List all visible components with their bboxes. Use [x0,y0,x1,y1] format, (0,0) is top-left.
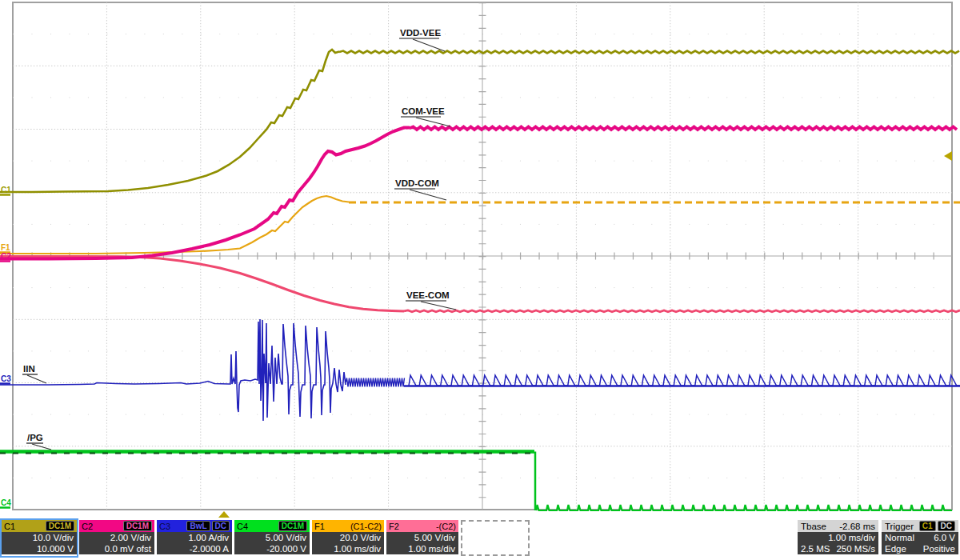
edge-marker-c2[interactable]: C2 [0,252,11,262]
waveform-display: VDD-VEE COM-VEE VDD-COM VEE-COM IIN /PG [0,0,960,518]
channel-box-c4[interactable]: C4 DC1M 5.00 V/div -20.000 V [234,520,310,556]
svg-text:COM-VEE: COM-VEE [402,106,445,116]
trigger-time-marker[interactable] [218,511,230,518]
channel-c1-offset: 10.000 V [5,543,74,554]
channel-c1-id: C1 [4,522,15,531]
channel-c3-scale: 1.00 A/div [160,532,229,543]
trigger-kind: Edge [885,543,906,554]
channel-c1-coupling-badge: DC1M [46,521,74,531]
function-f1-scale: 20.0 V/div [315,532,381,543]
svg-text:IIN: IIN [23,364,35,374]
function-box-f1[interactable]: F1 (C1-C2) 20.0 V/div 1.00 ms/div [312,520,384,556]
trigger-coupling-badge: DC [938,521,955,531]
channel-box-c2[interactable]: C2 DC1M 2.00 V/div 0.0 mV ofst [79,520,154,556]
function-f2-scale: 5.00 V/div [390,532,455,543]
channel-box-c1[interactable]: C1 DC1M 10.0 V/div 10.000 V [2,520,77,556]
function-f1-timebase: 1.00 ms/div [315,543,381,554]
timebase-box[interactable]: Tbase -2.68 ms 1.00 ms/div 2.5 MS 250 MS… [798,520,878,556]
channel-c2-offset: 0.0 mV ofst [82,543,151,554]
svg-text:VDD-VEE: VDD-VEE [400,28,441,38]
svg-text:/PG: /PG [27,433,43,442]
edge-marker-c3[interactable]: C3 [0,374,11,384]
timebase-samples: 2.5 MS [801,543,830,554]
function-f2-timebase: 1.00 ms/div [390,543,455,554]
svg-text:C1: C1 [1,186,11,194]
edge-marker-c4[interactable]: C4 [0,498,11,508]
trigger-box[interactable]: Trigger C1 DC Normal 6.0 V Edge Positive [882,520,958,556]
svg-text:C4: C4 [1,498,11,507]
trigger-label: Trigger [885,522,914,531]
channel-c3-dc-badge: DC [212,521,230,531]
channel-c4-scale: 5.00 V/div [238,532,306,543]
svg-text:F1: F1 [1,243,10,252]
channel-c1-scale: 10.0 V/div [5,532,74,543]
timebase-label: Tbase [801,522,826,531]
timebase-per-div: 1.00 ms/div [828,532,875,543]
channel-box-c3[interactable]: C3 BwL DC 1.00 A/div -2.0000 A [157,520,232,556]
channel-c2-scale: 2.00 V/div [82,532,151,543]
svg-text:C3: C3 [1,374,11,383]
channel-c3-bwl-badge: BwL [186,521,210,531]
function-box-f2[interactable]: F2 -(C2) 5.00 V/div 1.00 ms/div [386,520,458,556]
trigger-mode: Normal [885,532,914,543]
bottom-status-bar: C1 DC1M 10.0 V/div 10.000 V C2 DC1M 2.00… [0,518,960,560]
function-f2-expression: -(C2) [436,522,456,531]
svg-text:VDD-COM: VDD-COM [395,178,439,188]
trigger-source-badge: C1 [919,521,936,531]
empty-trace-slot[interactable] [461,520,530,556]
channel-c4-offset: -20.000 V [238,543,306,554]
svg-text:C2: C2 [1,252,11,261]
trigger-level: 6.0 V [934,532,955,543]
channel-c3-id: C3 [159,522,170,531]
edge-marker-c1[interactable]: C1 [0,186,11,195]
timebase-rate: 250 MS/s [836,543,875,554]
channel-c2-coupling-badge: DC1M [123,521,152,531]
trigger-slope: Positive [923,543,955,554]
timebase-delay: -2.68 ms [839,522,875,531]
channel-c4-id: C4 [237,522,248,531]
function-f1-id: F1 [314,522,325,531]
function-f1-expression: (C1-C2) [350,522,382,531]
channel-c2-id: C2 [82,522,93,531]
function-f2-id: F2 [389,522,399,531]
oscilloscope-screen: VDD-VEE COM-VEE VDD-COM VEE-COM IIN /PG [0,0,960,560]
svg-text:VEE-COM: VEE-COM [406,290,450,300]
channel-c4-coupling-badge: DC1M [278,521,307,531]
edge-marker-f1[interactable]: F1 [0,243,10,253]
channel-c3-offset: -2.0000 A [160,543,229,554]
